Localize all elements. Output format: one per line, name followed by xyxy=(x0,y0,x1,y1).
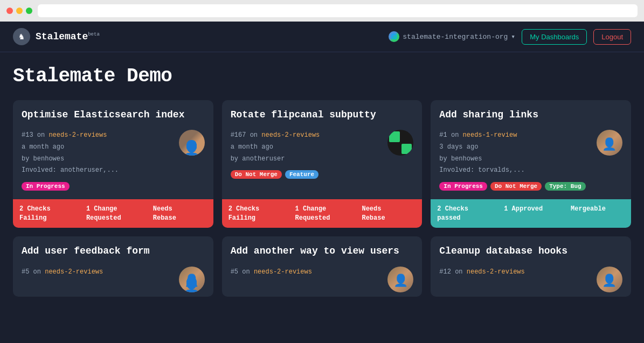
tag-feature: Feature xyxy=(285,170,318,179)
pr-label: needs-2-reviews xyxy=(254,268,312,276)
pr-label: needs-2-reviews xyxy=(49,131,107,139)
header-right: 🌐 stalemate-integration-org ▾ My Dashboa… xyxy=(389,29,631,45)
pr-involved: Involved: torvalds,... xyxy=(439,165,524,177)
logout-button[interactable]: Logout xyxy=(593,29,631,45)
pr-number: #167 xyxy=(231,131,246,139)
card-title: Add user feedback form xyxy=(22,245,205,257)
card-body: Optimise Elasticsearch index #13 on need… xyxy=(13,100,213,199)
card-pr-details: #167 on needs-2-reviews a month ago by a… xyxy=(231,130,320,165)
card-add-another-way: Add another way to view users #5 on need… xyxy=(222,236,423,296)
footer-rebase: NeedsRebase xyxy=(355,199,422,228)
card-cleanup-database: Cleanup database hooks #12 on needs-2-re… xyxy=(431,236,631,296)
pr-label: needs-2-reviews xyxy=(261,131,320,139)
card-title: Cleanup database hooks xyxy=(439,245,622,257)
tag-in-progress: In Progress xyxy=(439,182,487,191)
card-pr-info: #13 on needs-2-reviews a month ago by be… xyxy=(22,130,205,176)
card-pr-info: #1 on needs-1-review 3 days ago by benho… xyxy=(439,130,622,176)
tag-in-progress: In Progress xyxy=(22,182,70,191)
card-body: Add sharing links #1 on needs-1-review 3… xyxy=(431,100,631,199)
card-add-user-feedback: Add user feedback form #5 on needs-2-rev… xyxy=(13,236,213,296)
card-optimise-elasticsearch: Optimise Elasticsearch index #13 on need… xyxy=(13,100,213,228)
main-content: Stalemate Demo Optimise Elasticsearch in… xyxy=(0,52,644,310)
footer-checks: 2 ChecksFailing xyxy=(13,199,80,228)
avatar: 👤 xyxy=(597,267,622,292)
footer-mergeable: Mergeable xyxy=(564,199,631,228)
avatar xyxy=(179,130,205,156)
pr-label: needs-2-reviews xyxy=(45,268,103,276)
card-pr-info: #12 on needs-2-reviews 👤 xyxy=(439,267,622,292)
pr-time: a month ago xyxy=(231,142,320,153)
cards-grid: Optimise Elasticsearch index #13 on need… xyxy=(13,100,631,297)
footer-checks: 2 ChecksFailing xyxy=(222,199,289,228)
tag-do-not-merge: Do Not Merge xyxy=(231,170,282,179)
app-header: ♞ Stalematebeta 🌐 stalemate-integration-… xyxy=(0,22,644,52)
footer-change: 1 ChangeRequested xyxy=(289,199,356,228)
pr-number: #5 xyxy=(22,268,29,276)
dot-red xyxy=(6,8,13,14)
card-body: Add user feedback form #5 on needs-2-rev… xyxy=(13,236,213,296)
card-footer: 2 ChecksFailing 1 ChangeRequested NeedsR… xyxy=(222,199,423,228)
dot-yellow xyxy=(16,8,23,14)
pr-author: by benhowes xyxy=(439,153,524,165)
pr-author: by anotheruser xyxy=(231,153,320,165)
page-title: Stalemate Demo xyxy=(13,65,631,87)
card-pr-info: #5 on needs-2-reviews 👤 xyxy=(22,267,205,292)
card-footer: 2 ChecksFailing 1 ChangeRequested NeedsR… xyxy=(13,199,213,228)
browser-url-bar[interactable] xyxy=(38,4,638,17)
card-pr-details: #5 on needs-2-reviews xyxy=(22,267,103,278)
avatar xyxy=(387,130,413,156)
card-body: Rotate flipcanal subputty #167 on needs-… xyxy=(222,100,423,199)
pr-number: #1 xyxy=(439,131,447,139)
avatar: 👤 xyxy=(179,267,205,292)
logo-area: ♞ Stalematebeta xyxy=(13,28,389,45)
avatar: 👤 xyxy=(597,130,622,156)
pr-number: #5 xyxy=(231,268,238,276)
card-pr-details: #1 on needs-1-review 3 days ago by benho… xyxy=(439,130,524,176)
app-name: Stalematebeta xyxy=(36,31,100,42)
card-tags: In Progress Do Not Merge Type: Bug xyxy=(439,182,622,191)
card-title: Rotate flipcanal subputty xyxy=(231,109,414,121)
pr-label: needs-1-review xyxy=(463,131,517,139)
footer-checks: 2 Checkspassed xyxy=(431,199,497,228)
pr-label: needs-2-reviews xyxy=(467,268,525,276)
pr-time: a month ago xyxy=(22,142,119,153)
card-title: Add sharing links xyxy=(439,109,622,121)
org-name: stalemate-integration-org xyxy=(403,33,508,41)
pr-author: by benhowes xyxy=(22,153,119,165)
pr-number: #13 xyxy=(22,131,33,139)
card-footer: 2 Checkspassed 1 Approved Mergeable xyxy=(431,199,631,228)
tag-type-bug: Type: Bug xyxy=(545,182,585,191)
footer-approved: 1 Approved xyxy=(497,199,564,228)
card-tags: In Progress xyxy=(22,182,205,191)
card-tags: Do Not Merge Feature xyxy=(231,170,414,179)
card-add-sharing-links: Add sharing links #1 on needs-1-review 3… xyxy=(431,100,631,228)
footer-rebase: NeedsRebase xyxy=(147,199,213,228)
pr-time: 3 days ago xyxy=(439,142,524,153)
card-body: Cleanup database hooks #12 on needs-2-re… xyxy=(431,236,631,296)
globe-icon: 🌐 xyxy=(389,31,399,42)
card-title: Add another way to view users xyxy=(231,245,414,257)
card-pr-details: #5 on needs-2-reviews xyxy=(231,267,312,278)
logo-icon: ♞ xyxy=(13,28,30,45)
org-selector[interactable]: 🌐 stalemate-integration-org ▾ xyxy=(389,31,515,42)
pr-involved: Involved: anotheruser,... xyxy=(22,165,119,177)
card-pr-details: #12 on needs-2-reviews xyxy=(439,267,524,278)
footer-change: 1 ChangeRequested xyxy=(80,199,147,228)
card-pr-info: #5 on needs-2-reviews 👤 xyxy=(231,267,414,292)
browser-dots xyxy=(6,8,32,14)
card-pr-details: #13 on needs-2-reviews a month ago by be… xyxy=(22,130,119,176)
avatar: 👤 xyxy=(387,267,413,292)
card-rotate-flipcanal: Rotate flipcanal subputty #167 on needs-… xyxy=(222,100,423,228)
card-title: Optimise Elasticsearch index xyxy=(22,109,205,121)
card-body: Add another way to view users #5 on need… xyxy=(222,236,423,296)
dot-green xyxy=(26,8,32,14)
card-pr-info: #167 on needs-2-reviews a month ago by a… xyxy=(231,130,414,165)
pr-number: #12 xyxy=(439,268,451,276)
tag-do-not-merge: Do Not Merge xyxy=(490,182,542,191)
browser-chrome xyxy=(0,0,644,22)
my-dashboards-button[interactable]: My Dashboards xyxy=(522,29,587,45)
chevron-down-icon: ▾ xyxy=(511,32,515,41)
